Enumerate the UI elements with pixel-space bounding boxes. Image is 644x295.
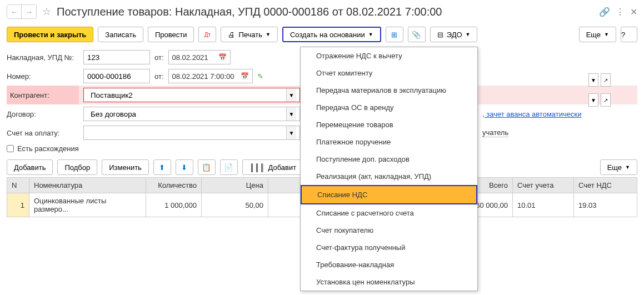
edit-row-button[interactable]: Изменить <box>102 159 149 175</box>
nav-buttons: ← → <box>7 4 37 19</box>
close-icon[interactable]: ✕ <box>630 7 637 17</box>
dropdown-button[interactable]: ▼ <box>588 73 598 87</box>
contract-settings-link[interactable]: , зачет аванса автоматически <box>482 110 581 118</box>
move-up-button[interactable]: ⬆ <box>153 159 171 175</box>
more-icon[interactable]: ⋮ <box>616 7 625 17</box>
discrepancies-label: Есть расхождения <box>17 144 79 153</box>
favorite-icon[interactable]: ☆ <box>42 6 51 18</box>
more-button[interactable]: Еще▼ <box>579 27 616 42</box>
contract-label: Договор: <box>7 110 79 118</box>
paperclip-icon: 📎 <box>412 31 421 39</box>
contractor-select[interactable]: ▼ <box>83 88 300 102</box>
number-label: Номер: <box>7 72 79 81</box>
invoice-for-payment-select[interactable]: ▼ <box>83 126 300 140</box>
col-nomenclature[interactable]: Номенклатура <box>29 178 146 193</box>
debit-credit-button[interactable]: Дт <box>198 27 216 42</box>
save-button[interactable]: Записать <box>98 27 143 42</box>
page-title: Поступление товаров: Накладная, УПД 0000… <box>57 6 593 18</box>
menu-item[interactable]: Отражение НДС к вычету <box>301 47 477 64</box>
nav-back-button[interactable]: ← <box>7 5 22 18</box>
chevron-down-icon[interactable]: ▼ <box>286 126 296 139</box>
create-based-on-menu: Отражение НДС к вычетуОтчет комитентуПер… <box>300 47 478 219</box>
menu-item[interactable]: Отчет комитенту <box>301 64 477 82</box>
col-qty[interactable]: Количество <box>146 178 202 193</box>
menu-item[interactable]: Платежное поручение <box>301 133 477 151</box>
menu-item[interactable]: Списание НДС <box>301 185 477 204</box>
menu-item[interactable]: Перемещение товаров <box>301 116 477 133</box>
link-icon[interactable]: 🔗 <box>599 7 610 17</box>
barcode-icon: ║║║ <box>249 163 265 172</box>
chevron-down-icon[interactable]: ▼ <box>286 88 296 102</box>
edo-button[interactable]: ⊟ЭДО▼ <box>430 27 478 42</box>
contractor-label: Контрагент: <box>7 86 79 104</box>
menu-item[interactable]: Списание с расчетного счета <box>301 204 477 219</box>
move-down-button[interactable]: ⬇ <box>176 159 193 175</box>
menu-item[interactable]: Передача материалов в эксплуатацию <box>301 82 477 99</box>
paste-button[interactable]: 📄 <box>220 159 238 175</box>
printer-icon: 🖨 <box>228 31 235 39</box>
table-more-button[interactable]: Еще▼ <box>600 159 637 175</box>
pick-button[interactable]: Подбор <box>57 159 97 175</box>
menu-item[interactable]: Передача ОС в аренду <box>301 99 477 116</box>
edo-icon: ⊟ <box>437 31 443 39</box>
add-by-barcode-button[interactable]: ║║║Добавит <box>242 159 303 175</box>
edit-icon[interactable]: ✎ <box>257 72 263 81</box>
print-button[interactable]: 🖨Печать▼ <box>221 27 278 42</box>
discrepancies-checkbox[interactable] <box>7 145 14 152</box>
structure-button[interactable]: ⊞ <box>386 27 403 42</box>
col-account[interactable]: Счет учета <box>513 178 574 193</box>
invoice-date-input[interactable]: 08.02.2021 📅 <box>168 50 231 64</box>
calendar-icon[interactable]: 📅 <box>218 53 227 61</box>
invoice-no-label: Накладная, УПД №: <box>7 53 79 62</box>
nav-forward-button[interactable]: → <box>22 5 36 18</box>
attachment-button[interactable]: 📎 <box>408 27 426 42</box>
calendar-icon[interactable]: 📅 <box>241 72 249 80</box>
col-price[interactable]: Цена <box>202 178 268 193</box>
post-button[interactable]: Провести <box>148 27 194 42</box>
create-based-on-button[interactable]: Создать на основании▼ <box>282 27 381 42</box>
menu-item[interactable]: Поступление доп. расходов <box>301 151 477 168</box>
copy-button[interactable]: 📋 <box>198 159 216 175</box>
contract-select[interactable]: ▼ <box>83 107 300 121</box>
post-and-close-button[interactable]: Провести и закрыть <box>7 27 93 42</box>
help-button[interactable]: ? <box>621 27 637 42</box>
from-label-2: от: <box>154 72 164 81</box>
from-label-1: от: <box>154 53 164 62</box>
invoice-for-payment-label: Счет на оплату: <box>7 129 79 137</box>
open-button[interactable]: ↗ <box>601 73 611 87</box>
add-row-button[interactable]: Добавить <box>7 159 53 175</box>
open-button[interactable]: ↗ <box>601 93 611 107</box>
menu-item[interactable]: Реализация (акт, накладная, УПД) <box>301 168 477 185</box>
dropdown-button[interactable]: ▼ <box>588 93 598 107</box>
col-vat-account[interactable]: Счет НДС <box>574 178 637 193</box>
invoice-no-input[interactable] <box>83 50 150 64</box>
chevron-down-icon[interactable]: ▼ <box>286 107 296 121</box>
recipient-link[interactable]: учатель <box>482 128 508 137</box>
number-input[interactable] <box>83 69 150 83</box>
col-n[interactable]: N <box>7 178 29 193</box>
number-date-input[interactable]: 08.02.2021 7:00:00 📅 <box>168 69 253 83</box>
